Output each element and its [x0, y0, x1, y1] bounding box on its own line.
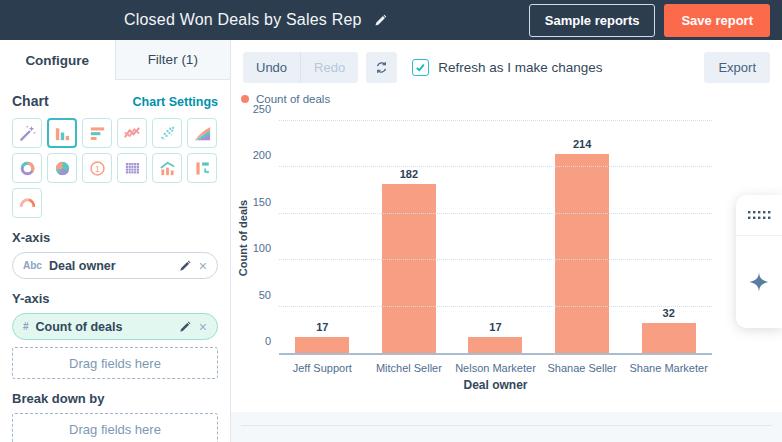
svg-text:1: 1	[95, 163, 100, 173]
sparkle-icon	[747, 270, 771, 294]
magic-wand-icon	[18, 124, 37, 143]
x-category-label: Mitchel Seller	[366, 362, 453, 374]
export-button[interactable]: Export	[704, 52, 770, 83]
gridline	[279, 166, 712, 167]
gridline	[279, 306, 712, 307]
chart-type-gauge-chart-button[interactable]	[12, 188, 42, 218]
chart-legend[interactable]: Count of deals	[241, 91, 782, 107]
chart-type-magic-wand-button[interactable]	[12, 118, 42, 148]
y-axis-field-name: Count of deals	[36, 320, 177, 334]
x-category-label: Jeff Support	[279, 362, 366, 374]
chart-type-grid: 1	[12, 118, 218, 218]
bar-value-label: 17	[316, 321, 328, 333]
gauge-chart-icon	[18, 194, 37, 213]
x-axis-field-name: Deal owner	[49, 259, 177, 273]
pencil-icon	[179, 321, 191, 333]
chart-plot: Count of deals 171821721432 050100150200…	[279, 123, 712, 355]
y-axis-field-pill[interactable]: # Count of deals ×	[12, 313, 218, 340]
bar[interactable]	[642, 323, 696, 353]
table-icon	[123, 159, 142, 178]
edit-title-button[interactable]	[374, 14, 387, 27]
donut-chart-icon	[18, 159, 37, 178]
refresh-checkbox-label: Refresh as I make changes	[438, 60, 602, 75]
edit-x-axis-field-button[interactable]	[177, 260, 193, 272]
undo-button[interactable]: Undo	[243, 52, 300, 83]
pie-chart-icon	[53, 159, 72, 178]
gridline	[279, 120, 712, 121]
undo-redo-group: Undo Redo	[243, 52, 358, 83]
chart-type-scatter-chart-button[interactable]	[152, 118, 182, 148]
sample-reports-button[interactable]: Sample reports	[529, 4, 656, 37]
chart-type-combo-chart-button[interactable]	[152, 153, 182, 183]
report-canvas: Undo Redo Refresh as I make changes Expo…	[231, 40, 782, 442]
break-down-dropzone[interactable]: Drag fields here	[12, 413, 218, 442]
bar-value-label: 17	[489, 321, 501, 333]
edit-y-axis-field-button[interactable]	[177, 321, 193, 333]
field-type-text-icon: Abc	[23, 260, 42, 271]
drag-handle[interactable]	[736, 195, 782, 236]
y-tick-label: 250	[235, 103, 271, 115]
refresh-button[interactable]	[366, 52, 397, 83]
x-axis-field-pill[interactable]: Abc Deal owner ×	[12, 252, 218, 279]
x-axis-title: Deal owner	[279, 378, 712, 392]
bar[interactable]	[382, 184, 436, 353]
x-axis-category-labels: Jeff SupportMitchel SellerNelson Markete…	[279, 355, 712, 374]
chart-type-pivot-table-button[interactable]	[187, 153, 217, 183]
area-chart-icon	[193, 124, 212, 143]
chart-type-table-button[interactable]	[117, 153, 147, 183]
y-tick-label: 150	[235, 196, 271, 208]
sidebar-tabs: Configure Filter (1)	[0, 40, 230, 80]
bar-value-label: 32	[663, 307, 675, 319]
bar-value-label: 182	[400, 168, 418, 180]
field-type-number-icon: #	[23, 321, 29, 332]
pencil-icon	[374, 14, 387, 27]
save-report-button[interactable]: Save report	[664, 4, 770, 37]
chart-type-column-chart-button[interactable]	[47, 118, 77, 148]
horizontal-bar-chart-icon	[88, 124, 107, 143]
legend-series-dot-icon	[241, 95, 249, 103]
report-title: Closed Won Deals by Sales Rep	[124, 11, 362, 29]
remove-y-axis-field-button[interactable]: ×	[193, 320, 207, 334]
report-builder-window: Closed Won Deals by Sales Rep Sample rep…	[0, 0, 782, 442]
break-down-heading: Break down by	[12, 391, 218, 406]
bar[interactable]	[555, 154, 609, 353]
bar-value-label: 214	[573, 138, 591, 150]
bar[interactable]	[468, 337, 522, 353]
y-tick-label: 0	[235, 335, 271, 347]
bar-group: 17	[279, 123, 366, 353]
chart-section-heading: Chart	[12, 93, 49, 109]
bar[interactable]	[295, 337, 349, 353]
sidebar-content: Chart Chart Settings 1 X-axis Abc Deal o…	[0, 80, 230, 442]
x-category-label: Shane Marketer	[625, 362, 712, 374]
bar-group: 17	[452, 123, 539, 353]
bar-series: 171821721432	[279, 123, 712, 353]
y-tick-label: 100	[235, 242, 271, 254]
gridline	[279, 259, 712, 260]
chart-type-donut-chart-button[interactable]	[12, 153, 42, 183]
bottom-section	[231, 412, 782, 442]
y-axis-heading: Y-axis	[12, 291, 218, 306]
x-category-label: Shanae Seller	[539, 362, 626, 374]
y-tick-label: 200	[235, 149, 271, 161]
gridline	[279, 213, 712, 214]
chart-type-horizontal-bar-chart-button[interactable]	[82, 118, 112, 148]
tab-filter[interactable]: Filter (1)	[115, 40, 231, 80]
remove-x-axis-field-button[interactable]: ×	[193, 259, 207, 273]
y-axis-dropzone[interactable]: Drag fields here	[12, 347, 218, 379]
ai-assistant-button[interactable]	[736, 236, 782, 328]
pencil-icon	[179, 260, 191, 272]
chart-type-kpi-number-button[interactable]: 1	[82, 153, 112, 183]
configure-sidebar: Configure Filter (1) Chart Chart Setting…	[0, 40, 231, 442]
bar-group: 182	[366, 123, 453, 353]
chart-settings-link[interactable]: Chart Settings	[133, 95, 218, 109]
chart-type-area-chart-button[interactable]	[187, 118, 217, 148]
chart-type-pie-chart-button[interactable]	[47, 153, 77, 183]
top-bar: Closed Won Deals by Sales Rep Sample rep…	[0, 0, 782, 40]
chart-type-line-chart-button[interactable]	[117, 118, 147, 148]
tab-configure[interactable]: Configure	[0, 40, 115, 80]
checkmark-icon	[415, 62, 426, 73]
bar-group: 214	[539, 123, 626, 353]
refresh-as-i-make-changes-checkbox[interactable]	[412, 59, 429, 76]
redo-button[interactable]: Redo	[300, 52, 358, 83]
pivot-table-icon	[193, 159, 212, 178]
